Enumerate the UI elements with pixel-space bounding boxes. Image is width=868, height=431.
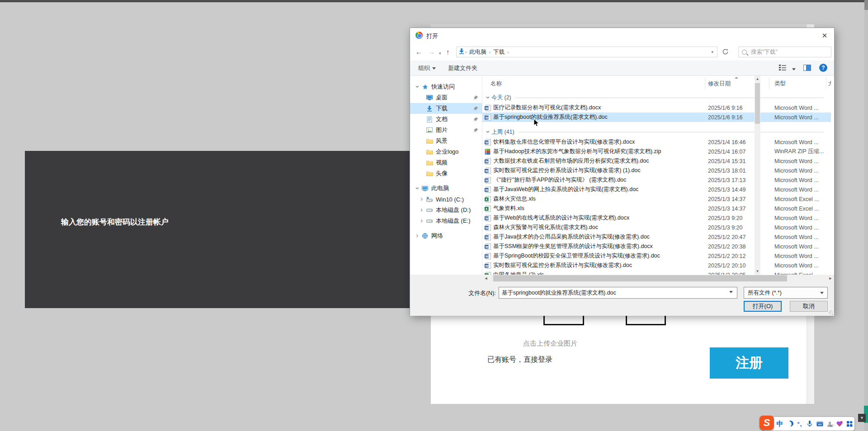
down-chevron-icon[interactable]	[414, 84, 421, 89]
help-icon[interactable]: ?	[819, 64, 827, 72]
sidebar-item-this-pc[interactable]: 此电脑	[410, 183, 482, 194]
right-chevron-icon[interactable]	[418, 219, 425, 223]
upload-hint: 点击上传企业图片	[523, 339, 577, 348]
sogou-logo-icon[interactable]: S	[760, 416, 774, 430]
horizontal-scrollbar[interactable]: ◄ ►	[482, 275, 834, 282]
vertical-scroll-thumb[interactable]	[755, 83, 760, 124]
address-bar[interactable]: ›此电脑›下载› ▾	[456, 47, 717, 57]
browser-scroll-thumb[interactable]	[864, 0, 868, 10]
toolbox-icon[interactable]	[844, 419, 854, 429]
browser-scrollbar[interactable]	[864, 0, 868, 431]
sidebar-item-quick-access[interactable]: 快速访问	[410, 81, 482, 92]
file-row[interactable]: 基于Hadoop技术的东莞市气象数据分析与可视化研究(需求文档).zip2025…	[482, 147, 831, 156]
file-row[interactable]: X中国各地商品 (2).xls2025/1/2 20:05Microsoft E…	[482, 270, 831, 275]
filetype-select[interactable]: 所有文件 (*.*)	[744, 287, 828, 299]
filename-input[interactable]	[499, 287, 737, 299]
new-folder-button[interactable]: 新建文件夹	[448, 64, 477, 72]
scroll-right-icon[interactable]: ►	[827, 275, 834, 282]
cancel-button[interactable]: 取消	[790, 301, 828, 312]
sidebar-item-头像[interactable]: 头像	[410, 168, 482, 179]
punctuation-icon[interactable]: °,	[795, 419, 805, 429]
night-mode-icon[interactable]	[785, 419, 795, 429]
svg-text:W: W	[485, 254, 489, 258]
scroll-down-icon[interactable]: ▼	[755, 268, 760, 275]
file-list-vertical-scrollbar[interactable]: ▲ ▼	[755, 76, 760, 275]
resize-grip[interactable]	[829, 310, 833, 315]
file-row[interactable]: W基于Web的在线考试系统的设计与实现(需求文档).docx2025/1/3 9…	[482, 213, 831, 223]
file-row[interactable]: W基于Java技术的办公用品采购系统的设计与实现(修改需求).doc2025/1…	[482, 232, 831, 242]
group-header[interactable]: 上周 (41)	[482, 126, 831, 137]
close-icon[interactable]: ✕	[818, 30, 831, 42]
login-profile-icon[interactable]: 17	[825, 419, 835, 429]
history-chevron-icon[interactable]: ▾	[439, 49, 441, 57]
file-row[interactable]: X气象资料.xls2025/1/3 14:37Microsoft Excel .…	[482, 204, 831, 213]
file-row[interactable]: W大数据技术在铁皮石斛营销市场的应用分析探究(需求文档).doc2025/1/4…	[482, 156, 831, 166]
right-chevron-icon[interactable]	[418, 197, 425, 201]
login-link[interactable]: 已有账号，直接登录	[487, 355, 552, 365]
sidebar-item-本地磁盘 (D:)[interactable]: 本地磁盘 (D:)	[410, 205, 482, 216]
address-dropdown-icon[interactable]: ▾	[711, 50, 717, 54]
scroll-left-icon[interactable]: ◄	[482, 275, 490, 282]
skin-icon[interactable]	[835, 419, 844, 429]
up-button[interactable]: ↑	[446, 48, 450, 56]
sidebar-item-视频[interactable]: 视频	[410, 157, 482, 168]
back-button[interactable]: ←	[415, 48, 422, 56]
breadcrumb-item[interactable]: 下载	[491, 48, 506, 56]
filename-dropdown-icon[interactable]	[729, 291, 733, 293]
sidebar-item-文档[interactable]: 文档	[410, 114, 482, 125]
scroll-up-icon[interactable]: ▲	[755, 76, 760, 82]
chinese-mode-icon[interactable]: 中	[775, 419, 785, 429]
file-date: 2025/1/2 20:12	[708, 253, 745, 259]
forward-button[interactable]: →	[428, 48, 435, 56]
right-chevron-icon[interactable]	[414, 234, 421, 238]
file-row[interactable]: W医疗记录数据分析与可视化(需求文档).docx2025/1/6 9:16Mic…	[482, 103, 831, 112]
dialog-titlebar[interactable]: 打开 ✕	[410, 28, 834, 43]
sidebar-item-label: 本地磁盘 (D:)	[436, 206, 471, 214]
view-mode-icon[interactable]	[779, 65, 786, 71]
file-date: 2025/1/3 17:13	[708, 177, 745, 183]
microphone-icon[interactable]	[805, 419, 815, 429]
column-size[interactable]: 大小	[828, 80, 831, 88]
group-header[interactable]: 今天 (2)	[482, 92, 831, 103]
file-row[interactable]: W基于springboot的就业推荐系统(需求文档).doc2025/1/6 9…	[482, 112, 831, 122]
sidebar-item-Win10 (C:)[interactable]: Win10 (C:)	[410, 194, 482, 205]
word-icon: W	[484, 244, 491, 250]
file-row[interactable]: W实时数据可视化监控分析系统设计与实现(修改需求) (1).doc2025/1/…	[482, 166, 831, 175]
file-row[interactable]: W基于SSM框架的学生奖惩管理系统的设计与实现(修改需求).docx2025/1…	[482, 242, 831, 251]
open-button[interactable]: 打开(O)	[744, 301, 782, 312]
file-row[interactable]: W《"捷行"旅行助手APP的设计与实现》 (需求文档).doc2025/1/3 …	[482, 175, 831, 185]
chevron-down-icon[interactable]	[484, 95, 491, 100]
file-row[interactable]: W饮料集散仓库信息化管理平台设计与实现(修改需求).docx2025/1/4 1…	[482, 137, 831, 147]
chevron-down-icon[interactable]	[484, 130, 491, 134]
sidebar-item-network[interactable]: 网络	[410, 230, 482, 241]
file-row[interactable]: W基于JavaWeb的网上拍卖系统的设计与实现(需求文档).doc2025/1/…	[482, 185, 831, 194]
sidebar-item-桌面[interactable]: 桌面	[410, 92, 482, 103]
column-date[interactable]: 修改日期	[708, 80, 731, 88]
soft-keyboard-icon[interactable]	[815, 419, 825, 429]
down-chevron-icon[interactable]	[414, 186, 421, 191]
horizontal-scroll-thumb[interactable]	[493, 275, 787, 281]
search-box[interactable]	[738, 47, 831, 57]
organize-button[interactable]: 组织	[418, 64, 436, 72]
svg-text:W: W	[485, 140, 489, 144]
sidebar-item-本地磁盘 (E:)[interactable]: 本地磁盘 (E:)	[410, 216, 482, 226]
view-chevron-icon[interactable]	[790, 66, 796, 72]
sidebar-item-下载[interactable]: 下载	[410, 103, 482, 114]
refresh-icon[interactable]	[722, 48, 730, 56]
sidebar-item-图片[interactable]: 图片	[410, 125, 482, 136]
column-name[interactable]: 名称	[491, 80, 502, 88]
file-row[interactable]: W基于SpringBoot的校园安全保卫管理系统设计与实现(修改需求).doc2…	[482, 251, 831, 261]
file-type: Microsoft Word ...	[774, 244, 825, 250]
file-row[interactable]: W实时数据可视化监控分析系统设计与实现(修改需求).doc2025/1/2 20…	[482, 261, 831, 270]
register-button[interactable]: 注册	[710, 347, 788, 379]
preview-pane-icon[interactable]	[803, 65, 811, 71]
sidebar-item-风景[interactable]: 风景	[410, 136, 482, 146]
scroll-down-arrow-box[interactable]: ▼	[858, 414, 866, 422]
sidebar-item-企业logo[interactable]: 企业logo	[410, 146, 482, 157]
breadcrumb-item[interactable]: 此电脑	[467, 48, 488, 56]
file-row[interactable]: W森林火灾预警与可视化系统(需求文档).doc2025/1/3 9:20Micr…	[482, 223, 831, 232]
search-input[interactable]	[750, 48, 822, 56]
column-type[interactable]: 类型	[774, 80, 786, 88]
file-row[interactable]: X森林火灾信息.xls2025/1/3 14:37Microsoft Excel…	[482, 194, 831, 204]
right-chevron-icon[interactable]	[418, 208, 425, 212]
